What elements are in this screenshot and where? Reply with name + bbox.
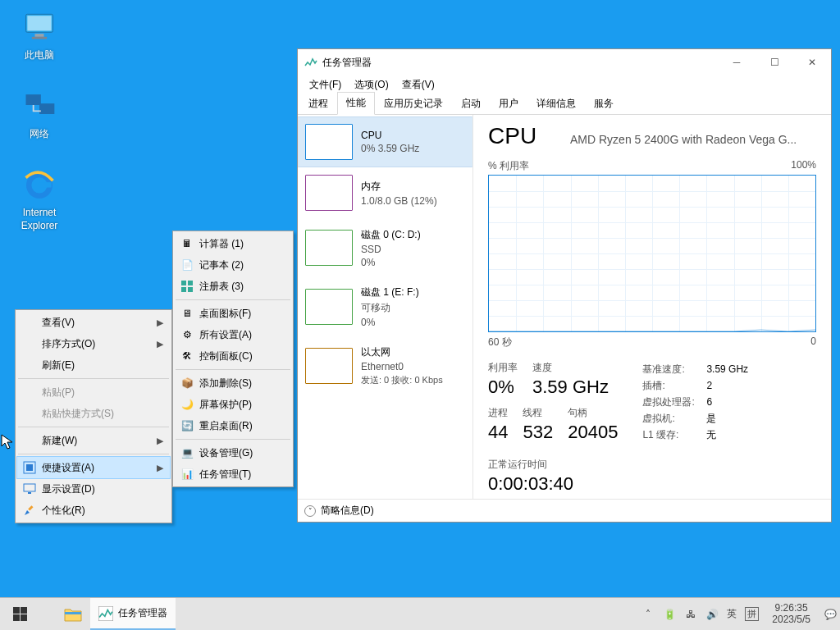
- svg-rect-6: [39, 103, 54, 114]
- menubar: 文件(F) 选项(O) 查看(V): [298, 75, 831, 94]
- uptime-value: 0:00:03:40: [488, 473, 816, 495]
- package-icon: 📦: [180, 376, 194, 390]
- desktop-icon-label: 此电脑: [8, 49, 71, 62]
- cpu-model: AMD Ryzen 5 2400G with Radeon Vega G...: [570, 133, 797, 146]
- sub-regedit[interactable]: 注册表 (3): [175, 276, 291, 297]
- separator: [18, 427, 169, 427]
- svg-rect-20: [21, 607, 27, 614]
- sub-desktop-icons[interactable]: 🖥桌面图标(F): [175, 303, 291, 324]
- ctx-personalize[interactable]: 个性化(R): [17, 500, 170, 521]
- start-button[interactable]: [0, 598, 39, 630]
- system-tray: ˄ 🔋 🖧 🔊 英 拼 9:26:35 2023/5/5 💬: [638, 598, 840, 630]
- desktop-icon-label: Internet Explorer: [8, 207, 71, 232]
- tray-notifications-icon[interactable]: 💬: [824, 608, 837, 621]
- svg-rect-22: [21, 614, 27, 621]
- sidebar-item-disk1[interactable]: 磁盘 1 (E: F:)可移动0%: [298, 277, 472, 336]
- tray-clock[interactable]: 9:26:35 2023/5/5: [767, 603, 815, 626]
- chevron-right-icon: ▶: [157, 436, 163, 446]
- sub-task-manager[interactable]: 📊任务管理(T): [175, 463, 291, 485]
- notepad-icon: 📄: [180, 258, 194, 272]
- ctx-new[interactable]: 新建(W)▶: [17, 430, 170, 451]
- fewer-details-link[interactable]: 简略信息(D): [321, 504, 374, 518]
- tray-ime2[interactable]: 拼: [745, 607, 759, 621]
- tray-network-icon[interactable]: 🖧: [684, 608, 697, 621]
- sub-all-settings[interactable]: ⚙所有设置(A): [175, 324, 291, 345]
- tab-startup[interactable]: 启动: [452, 93, 490, 115]
- sub-screensaver[interactable]: 🌙屏幕保护(P): [175, 394, 291, 415]
- sub-restart-desktop[interactable]: 🔄重启桌面(R): [175, 415, 291, 436]
- tray-ime[interactable]: 英: [727, 607, 737, 621]
- sub-device-manager[interactable]: 💻设备管理(G): [175, 442, 291, 463]
- tab-details[interactable]: 详细信息: [527, 93, 585, 115]
- taskmgr-app-icon: [304, 56, 317, 69]
- taskmgr-icon: [98, 606, 113, 621]
- tab-services[interactable]: 服务: [585, 93, 623, 115]
- brush-icon: [22, 503, 37, 518]
- sub-add-remove[interactable]: 📦添加删除(S): [175, 372, 291, 394]
- ctx-sort[interactable]: 排序方式(O)▶: [17, 333, 170, 354]
- svg-rect-17: [188, 287, 193, 292]
- sidebar-item-ethernet[interactable]: 以太网Ethernet0发送: 0 接收: 0 Kbps: [298, 336, 472, 395]
- svg-rect-1: [27, 16, 51, 30]
- menu-file[interactable]: 文件(F): [303, 76, 348, 94]
- tab-processes[interactable]: 进程: [299, 93, 337, 115]
- tab-users[interactable]: 用户: [490, 93, 527, 115]
- titlebar[interactable]: 任务管理器 ─ ☐ ✕: [298, 49, 831, 75]
- maximize-button[interactable]: ☐: [756, 49, 793, 75]
- ctx-display-settings[interactable]: 显示设置(D): [17, 478, 170, 500]
- desktop-icon-this-pc[interactable]: 此电脑: [8, 7, 71, 62]
- network-icon: [20, 85, 59, 125]
- sidebar-item-memory[interactable]: 内存1.0/8.0 GB (12%): [298, 167, 472, 218]
- svg-rect-23: [65, 612, 81, 614]
- quick-settings-submenu: 🖩计算器 (1) 📄记事本 (2) 注册表 (3) 🖥桌面图标(F) ⚙所有设置…: [172, 231, 294, 487]
- desktop-icon-ie[interactable]: Internet Explorer: [8, 164, 71, 232]
- tray-volume-icon[interactable]: 🔊: [705, 608, 719, 621]
- desktop-icon-network[interactable]: 网络: [8, 85, 71, 141]
- taskbar-search[interactable]: [39, 598, 56, 630]
- ctx-view[interactable]: 查看(V)▶: [17, 312, 170, 333]
- gear-icon: ⚙: [180, 327, 194, 342]
- tab-bar: 进程 性能 应用历史记录 启动 用户 详细信息 服务: [298, 94, 831, 115]
- svg-rect-21: [13, 614, 20, 621]
- uptime-label: 正常运行时间: [488, 458, 816, 472]
- cpu-thumb: [305, 124, 353, 160]
- taskbar-explorer[interactable]: [56, 598, 90, 630]
- desktop-context-menu: 查看(V)▶ 排序方式(O)▶ 刷新(E) 粘贴(P) 粘贴快捷方式(S) 新建…: [15, 309, 172, 523]
- sub-control-panel[interactable]: 🛠控制面板(C): [175, 345, 291, 367]
- svg-rect-5: [26, 94, 41, 105]
- ctx-refresh[interactable]: 刷新(E): [17, 354, 170, 376]
- collapse-icon[interactable]: ˅: [304, 505, 316, 517]
- control-panel-icon: 🛠: [180, 349, 194, 363]
- chart-x-left: 60 秒: [488, 336, 512, 349]
- registry-icon: [180, 279, 194, 294]
- ctx-paste-shortcut: 粘贴快捷方式(S): [17, 403, 170, 424]
- sub-calculator[interactable]: 🖩计算器 (1): [175, 233, 291, 254]
- separator: [18, 378, 169, 379]
- svg-rect-3: [32, 37, 47, 39]
- menu-options[interactable]: 选项(O): [348, 76, 395, 94]
- monitor-icon: [20, 7, 59, 46]
- cpu-usage-chart[interactable]: [488, 175, 816, 332]
- separator: [176, 369, 290, 370]
- tray-battery-icon[interactable]: 🔋: [663, 608, 676, 621]
- svg-rect-2: [35, 34, 44, 37]
- menu-view[interactable]: 查看(V): [395, 76, 441, 94]
- minimize-button[interactable]: ─: [718, 49, 756, 75]
- svg-rect-14: [181, 281, 186, 285]
- tray-chevron-up-icon[interactable]: ˄: [641, 608, 655, 621]
- sidebar-item-cpu[interactable]: CPU0% 3.59 GHz: [298, 116, 472, 167]
- svg-rect-15: [188, 281, 193, 285]
- sidebar-item-disk0[interactable]: 磁盘 0 (C: D:)SSD0%: [298, 218, 472, 277]
- svg-rect-11: [24, 484, 35, 491]
- taskbar-taskmgr[interactable]: 任务管理器: [90, 598, 176, 630]
- ctx-quick-settings[interactable]: 便捷设置(A)▶: [17, 457, 170, 478]
- tab-app-history[interactable]: 应用历史记录: [375, 93, 452, 115]
- close-button[interactable]: ✕: [793, 49, 831, 75]
- svg-rect-19: [13, 607, 20, 614]
- perf-main: CPU AMD Ryzen 5 2400G with Radeon Vega G…: [473, 115, 831, 499]
- sub-notepad[interactable]: 📄记事本 (2): [175, 254, 291, 276]
- perf-sidebar: CPU0% 3.59 GHz 内存1.0/8.0 GB (12%) 磁盘 0 (…: [298, 115, 473, 499]
- tab-performance[interactable]: 性能: [337, 92, 375, 115]
- chevron-right-icon: ▶: [157, 463, 163, 473]
- refresh-icon: 🔄: [180, 418, 194, 433]
